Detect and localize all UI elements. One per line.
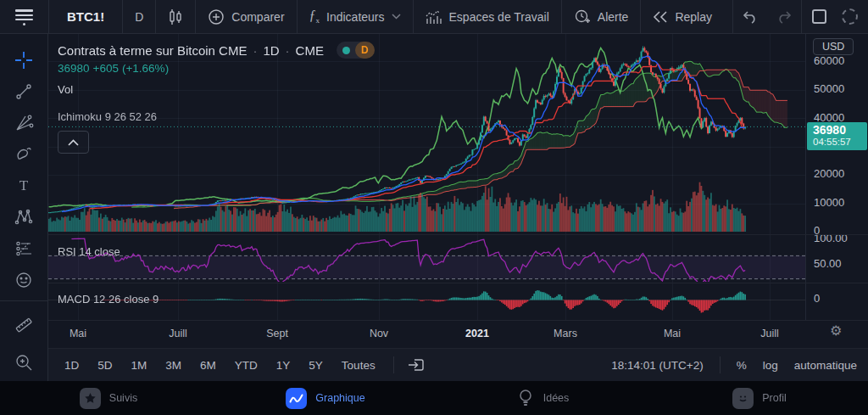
crosshair-tool-button[interactable]: [7, 44, 41, 76]
gann-fib-tool-button[interactable]: [7, 107, 41, 138]
nav-item-ideas[interactable]: Idées: [434, 388, 651, 408]
trend-line-icon: [14, 81, 34, 102]
pane-separator[interactable]: [48, 234, 868, 235]
range-button-3m[interactable]: 3M: [156, 359, 191, 372]
time-axis-label: Juill: [760, 328, 779, 339]
rsi-legend[interactable]: RSI 14 close: [58, 245, 120, 258]
measure-tool-button[interactable]: [7, 306, 41, 344]
chart-type-button[interactable]: [156, 0, 195, 34]
forecast-tool-button[interactable]: [7, 233, 41, 264]
range-button-1d[interactable]: 1D: [55, 359, 88, 372]
ichimoku-legend[interactable]: Ichimoku 9 26 52 26: [58, 110, 157, 123]
go-to-date-button[interactable]: [403, 357, 430, 373]
go-to-date-icon: [408, 357, 425, 373]
price-axis-label: 50.00: [814, 257, 842, 271]
alert-label: Alerte: [598, 10, 629, 24]
fx-indicator-icon: ƒx: [309, 8, 320, 25]
nav-item-watchlist[interactable]: Suivis: [0, 388, 217, 409]
market-status-badge[interactable]: D: [337, 42, 375, 59]
current-price-badge: 36980 04:55:57: [807, 122, 867, 150]
symbol-title: Contrats à terme sur Bitcoin CME: [58, 43, 247, 58]
range-buttons: 1D5D1M3M6MYTD1Y5YToutes: [55, 359, 385, 372]
nav-label: Suivis: [109, 392, 137, 404]
menu-button[interactable]: [0, 0, 48, 34]
range-button-1m[interactable]: 1M: [122, 359, 157, 372]
percent-scale-button[interactable]: %: [737, 359, 747, 372]
interval-button[interactable]: D: [123, 0, 155, 34]
time-axis-label: Mars: [554, 328, 577, 339]
range-button-ytd[interactable]: YTD: [225, 359, 267, 372]
emoji-tool-button[interactable]: [7, 264, 41, 295]
alert-clock-icon: [574, 8, 591, 25]
log-scale-button[interactable]: log: [763, 359, 778, 372]
replay-label: Replay: [675, 10, 712, 24]
text-tool-button[interactable]: T: [7, 170, 41, 201]
screenshot-button[interactable]: [837, 0, 868, 34]
redo-button[interactable]: [767, 0, 801, 34]
trend-line-tool-button[interactable]: [7, 76, 41, 107]
chevron-down-icon: [392, 14, 401, 20]
auto-scale-button[interactable]: automatique: [794, 359, 857, 372]
currency-button[interactable]: USD: [813, 38, 854, 55]
indicators-button[interactable]: ƒx Indicateurs: [298, 0, 413, 34]
nav-item-profile[interactable]: Profil: [651, 388, 868, 409]
pane-separator: [48, 320, 868, 321]
indicators-label: Indicateurs: [326, 10, 384, 24]
legend-price-row: 36980+605(+1.66%): [58, 62, 172, 75]
nav-item-chart[interactable]: Graphique: [217, 388, 434, 409]
range-button-1y[interactable]: 1Y: [267, 359, 300, 372]
sidebar-divider: [0, 300, 48, 301]
range-button-toutes[interactable]: Toutes: [332, 359, 385, 372]
undo-button[interactable]: [733, 0, 767, 34]
macd-legend[interactable]: MACD 12 26 close 9: [58, 293, 159, 306]
symbol-button[interactable]: BTC1!: [49, 0, 122, 34]
workspaces-label: Espaces de Travail: [449, 10, 549, 24]
xabcd-pattern-tool-button[interactable]: [7, 201, 41, 233]
nav-label: Idées: [543, 392, 570, 404]
chart-settings-gear-button[interactable]: ⚙: [830, 323, 842, 339]
legend-exchange: CME: [296, 43, 324, 58]
fullscreen-icon: [812, 9, 826, 24]
workspaces-chart-icon: [426, 9, 442, 25]
candlestick-icon: [168, 8, 183, 25]
clock-label[interactable]: 18:14:01 (UTC+2): [611, 359, 703, 372]
text-tool-icon: T: [14, 176, 34, 196]
ruler-icon: [14, 315, 34, 335]
alert-button[interactable]: Alerte: [562, 0, 641, 34]
price-axis[interactable]: USD 6000050000400003000020000100000100.0…: [805, 34, 868, 321]
forecast-tool-icon: [14, 238, 34, 259]
price-axis-label: 0: [814, 292, 820, 306]
chevron-up-icon: [68, 139, 79, 146]
workspaces-button[interactable]: Espaces de Travail: [414, 0, 561, 34]
brush-shapes-tool-button[interactable]: [7, 138, 41, 170]
volume-legend[interactable]: Vol: [58, 83, 73, 96]
market-status-dot-icon: [342, 47, 350, 54]
range-button-6m[interactable]: 6M: [191, 359, 225, 372]
replay-button[interactable]: Replay: [641, 0, 724, 34]
compare-label: Comparer: [231, 10, 284, 24]
price-chart-canvas[interactable]: [48, 34, 805, 321]
legend-collapse-button[interactable]: [58, 131, 89, 154]
menu-icon: [15, 8, 33, 26]
range-toolbar: 1D5D1M3M6MYTD1Y5YToutes 18:14:01 (UTC+2)…: [48, 348, 868, 381]
compare-button[interactable]: Comparer: [196, 0, 296, 34]
zoom-in-tool-button[interactable]: [7, 344, 41, 381]
bar-countdown: 04:55:57: [813, 137, 867, 148]
delayed-data-badge: D: [355, 42, 375, 59]
chart-wave-icon: [286, 388, 307, 409]
svg-text:T: T: [19, 177, 29, 193]
pane-separator[interactable]: [48, 283, 868, 283]
range-button-5d[interactable]: 5D: [88, 359, 121, 372]
legend-title-row[interactable]: Contrats à terme sur Bitcoin CME · 1D · …: [58, 42, 375, 59]
crosshair-icon: [14, 50, 34, 70]
time-axis[interactable]: MaiJuillSeptNov2021MarsMaiJuill: [48, 321, 868, 348]
ideas-bulb-icon: [516, 388, 535, 408]
bottom-navigation: Suivis Graphique Idées Profil: [0, 381, 868, 415]
price-axis-label: 10000: [814, 196, 844, 210]
emoji-icon: [14, 270, 34, 290]
range-button-5y[interactable]: 5Y: [299, 359, 332, 372]
fullscreen-button[interactable]: [802, 0, 837, 34]
redo-icon: [776, 10, 793, 24]
zoom-in-icon: [14, 352, 34, 373]
profile-smiley-icon: [732, 388, 754, 409]
